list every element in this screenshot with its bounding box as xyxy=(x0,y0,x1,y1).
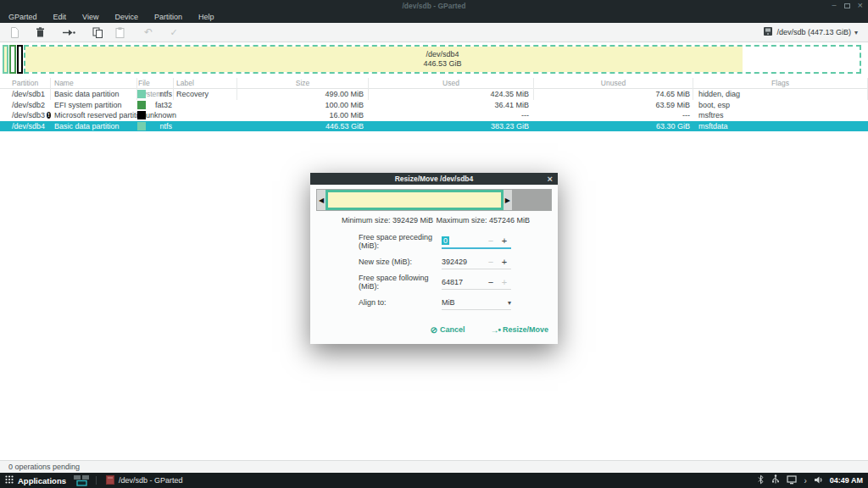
tray-expander-icon[interactable] xyxy=(804,476,806,485)
taskbar-item-label: /dev/sdb - GParted xyxy=(119,476,183,485)
fs-color-swatch xyxy=(137,101,146,109)
partition-box-sdb2[interactable] xyxy=(9,45,16,74)
menu-edit[interactable]: Edit xyxy=(52,13,69,21)
taskbar-item-gparted[interactable]: /dev/sdb - GParted xyxy=(103,475,186,486)
increment-icon[interactable] xyxy=(498,257,511,267)
applications-menu[interactable]: Applications xyxy=(5,475,66,485)
new-size-input[interactable]: 392429 xyxy=(442,254,511,269)
free-space-preceding-row: Free space preceding (MiB): 0 xyxy=(316,231,552,252)
device-overview: /dev/sdb4 446.53 GiB xyxy=(0,42,868,78)
decrement-icon[interactable] xyxy=(484,277,498,287)
menu-bar: GParted Edit View Device Partition Help xyxy=(0,11,868,23)
maximum-size-label: Maximum size: 457246 MiB xyxy=(436,216,530,225)
free-space-preceding-input[interactable]: 0 xyxy=(442,234,511,249)
partition-table: Partition Name File System Label Size Us… xyxy=(0,78,868,131)
disk-icon xyxy=(763,26,773,38)
resize-move-button[interactable]: Resize/Move xyxy=(490,325,548,335)
free-space-following-row: Free space following (MiB): 64817 xyxy=(316,272,552,292)
status-bar: 0 operations pending xyxy=(0,460,868,473)
menu-help[interactable]: Help xyxy=(197,13,216,21)
table-header: Partition Name File System Label Size Us… xyxy=(0,78,868,89)
resize-move-dialog: Resize/Move /dev/sdb4 Minimum size: 3924… xyxy=(310,173,558,344)
operations-pending-label: 0 operations pending xyxy=(8,463,80,471)
device-selector-label: /dev/sdb (447.13 GiB) xyxy=(776,28,851,36)
copy-icon[interactable] xyxy=(90,25,105,40)
applications-grid-icon xyxy=(5,475,14,485)
dialog-close-icon[interactable] xyxy=(548,173,553,186)
new-size-row: New size (MiB): 392429 xyxy=(316,252,552,272)
partition-box-sdb4[interactable]: /dev/sdb4 446.53 GiB xyxy=(24,45,861,74)
apply-icon[interactable] xyxy=(166,25,181,40)
bluetooth-icon[interactable] xyxy=(757,474,765,486)
table-row-sdb4-selected[interactable]: /dev/sdb4 Basic data partition ntfs 446.… xyxy=(0,121,868,132)
table-row-sdb1[interactable]: /dev/sdb1 Basic data partition ntfs Reco… xyxy=(0,89,868,100)
new-partition-icon[interactable] xyxy=(7,25,22,40)
resize-right-handle-icon[interactable] xyxy=(504,190,512,210)
delete-partition-icon[interactable] xyxy=(32,25,47,40)
increment-icon xyxy=(498,277,511,287)
minimize-icon[interactable] xyxy=(832,0,837,11)
menu-partition[interactable]: Partition xyxy=(153,13,184,21)
display-icon[interactable] xyxy=(787,475,797,486)
device-selector[interactable]: /dev/sdb (447.13 GiB) xyxy=(760,25,861,40)
applications-label: Applications xyxy=(18,476,66,485)
usb-icon[interactable] xyxy=(771,474,780,486)
minimum-size-label: Minimum size: 392429 MiB xyxy=(342,216,433,225)
dialog-title: Resize/Move /dev/sdb4 xyxy=(395,175,474,183)
resize-left-handle-icon[interactable] xyxy=(317,190,326,210)
workspace-switcher[interactable] xyxy=(73,474,90,486)
menu-view[interactable]: View xyxy=(81,13,100,21)
resize-slider[interactable] xyxy=(316,189,552,211)
partition-box-sdb3[interactable] xyxy=(17,45,23,74)
partition-box-sdb1[interactable] xyxy=(3,45,8,74)
align-to-dropdown[interactable]: MiB xyxy=(442,295,511,310)
fs-color-swatch xyxy=(137,90,146,98)
decrement-icon xyxy=(484,257,498,267)
volume-icon[interactable] xyxy=(814,475,823,486)
partition-box-name: /dev/sdb4 xyxy=(25,50,860,59)
align-to-row: Align to: MiB xyxy=(316,292,552,313)
menu-gparted[interactable]: GParted xyxy=(7,13,39,21)
fs-color-swatch xyxy=(137,111,146,119)
cancel-icon xyxy=(431,325,437,335)
taskbar: Applications /dev/sdb - GParted 04:49 AM xyxy=(0,473,868,488)
window-titlebar: /dev/sdb - GParted xyxy=(0,0,868,11)
table-row-sdb3[interactable]: /dev/sdb3 Microsoft reserved partition u… xyxy=(0,110,868,121)
decrement-icon xyxy=(484,236,498,246)
table-row-sdb2[interactable]: /dev/sdb2 EFI system partition fat32 100… xyxy=(0,100,868,111)
dialog-titlebar: Resize/Move /dev/sdb4 xyxy=(310,173,558,185)
resize-move-icon[interactable] xyxy=(61,25,76,40)
cancel-button[interactable]: Cancel xyxy=(431,325,465,335)
gparted-app-icon xyxy=(106,475,114,486)
clock: 04:49 AM xyxy=(830,476,863,485)
increment-icon[interactable] xyxy=(498,236,511,246)
resize-arrow-icon xyxy=(490,325,500,335)
fs-color-swatch xyxy=(137,122,146,130)
paste-icon[interactable] xyxy=(112,25,127,40)
window-title: /dev/sdb - GParted xyxy=(0,2,868,10)
close-icon[interactable] xyxy=(858,0,863,12)
chevron-down-icon xyxy=(508,298,511,307)
free-space-following-area xyxy=(512,190,551,210)
resize-partition-box[interactable] xyxy=(326,190,504,210)
free-space-following-input[interactable]: 64817 xyxy=(442,274,511,290)
system-tray: 04:49 AM xyxy=(757,474,863,486)
restore-icon[interactable] xyxy=(844,3,850,8)
undo-icon[interactable] xyxy=(141,25,156,40)
menu-device[interactable]: Device xyxy=(113,13,140,21)
chevron-down-icon xyxy=(854,28,858,36)
toolbar: /dev/sdb (447.13 GiB) xyxy=(0,23,868,42)
partition-box-size: 446.53 GiB xyxy=(25,59,860,69)
